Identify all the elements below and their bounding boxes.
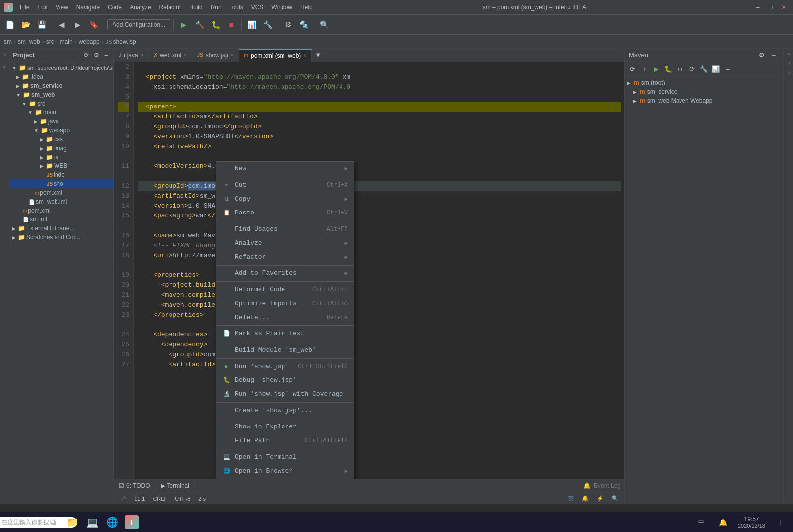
save-button[interactable]: 💾 [35, 18, 49, 32]
tree-item-scratches[interactable]: ▶ 📁 Scratches and Cor... [10, 233, 113, 242]
ctx-copy[interactable]: ⧉ Copy ▶ [216, 192, 354, 206]
status-misc-1[interactable]: 🔔 [580, 495, 591, 502]
ctx-file-path[interactable]: File Path Ctrl+Alt+F12 [216, 434, 354, 448]
status-line-col[interactable]: 11:1 [132, 496, 147, 502]
git-icon[interactable]: ⎇ [118, 495, 128, 502]
tree-item-pom-xml-web[interactable]: m pom.xml [10, 188, 113, 197]
taskbar-chrome[interactable]: 🌐 [103, 513, 121, 531]
tree-item-js[interactable]: ▶ 📁 js [10, 153, 113, 161]
side-icon-structure[interactable]: S [784, 51, 793, 57]
status-lang[interactable]: 英 [566, 495, 576, 502]
taskbar-clock[interactable]: 19:57 2020/12/18 [736, 516, 767, 529]
bc-src[interactable]: src [46, 38, 54, 45]
project-settings-icon[interactable]: ⚙ [92, 51, 101, 60]
bc-show-jsp[interactable]: JS show.jsp [106, 38, 136, 45]
taskbar-lang-indicator[interactable]: 中 [692, 513, 710, 531]
taskbar-idea[interactable]: I [123, 513, 141, 531]
maven-settings-button[interactable]: ⚙ [756, 50, 767, 61]
menu-run[interactable]: Run [207, 3, 226, 12]
tree-item-sm-web[interactable]: ▼ 📁 sm_web [10, 90, 113, 99]
ctx-cut[interactable]: ✂ Cut Ctrl+X [216, 178, 354, 192]
maven-lifecycle-button[interactable]: ⟳ [686, 64, 697, 75]
search-button[interactable]: 🔍 在这里输入你要搜 [24, 513, 42, 531]
tab-close-pom-xml[interactable]: × [303, 53, 306, 58]
new-file-button[interactable]: 📄 [3, 18, 17, 32]
back-button[interactable]: ◀ [55, 18, 69, 32]
stop-button[interactable]: ■ [225, 18, 238, 32]
menu-navigate[interactable]: Navigate [72, 3, 104, 12]
maven-debug-button[interactable]: 🐛 [663, 64, 674, 75]
maven-toggle-button[interactable]: m [675, 64, 685, 75]
bottom-tab-terminal[interactable]: ▶ Terminal [156, 479, 195, 492]
status-crlf[interactable]: CRLF [151, 496, 169, 502]
coverage-button[interactable]: 📊 [245, 18, 259, 32]
ctx-mark-plain[interactable]: 📄 Mark as Plain Text [216, 327, 354, 341]
settings-button[interactable]: ⚙ [281, 18, 295, 32]
taskbar-explorer[interactable]: 📁 [63, 513, 81, 531]
search-everywhere-button[interactable]: 🔍 [317, 18, 331, 32]
menu-file[interactable]: File [16, 3, 33, 12]
status-encoding[interactable]: UTF-8 [173, 496, 192, 502]
tab-show-jsp[interactable]: JS show.jsp × [192, 49, 239, 62]
tab-close-r-java[interactable]: × [141, 53, 144, 58]
ctx-reformat[interactable]: Reformat Code Ctrl+Alt+L [216, 283, 354, 297]
profile-button[interactable]: 🔧 [261, 18, 275, 32]
bookmark-button[interactable]: 🔖 [87, 18, 101, 32]
maven-deps-button[interactable]: 📊 [710, 64, 721, 75]
bottom-tab-todo[interactable]: ☑ 6: TODO [114, 479, 156, 492]
maven-item-sm-web[interactable]: ▶ m sm_web Maven Webapp [625, 96, 783, 105]
tab-close-show-jsp[interactable]: × [231, 53, 234, 58]
tree-item-webapp[interactable]: ▼ 📁 webapp [10, 126, 113, 135]
tree-item-pom-xml-root[interactable]: m pom.xml [10, 206, 113, 215]
ctx-show-explorer[interactable]: Show in Explorer [216, 420, 354, 434]
project-icon[interactable]: P [0, 51, 9, 59]
add-configuration-button[interactable]: Add Configuration... [107, 19, 170, 30]
tree-item-sm-iml[interactable]: 📄 sm.iml [10, 215, 113, 224]
maven-run-button[interactable]: ▶ [651, 64, 662, 75]
show-desktop-button[interactable]: | [771, 513, 789, 531]
maven-item-sm-root[interactable]: ▶ m sm (root) [625, 78, 783, 87]
taskbar-notifications[interactable]: 🔔 [714, 513, 732, 531]
tree-item-external-libs[interactable]: ▶ 📁 External Librarie... [10, 224, 113, 233]
bc-main[interactable]: main [60, 38, 73, 45]
structure-icon[interactable]: S [0, 62, 9, 71]
menu-vcs[interactable]: VCS [247, 3, 268, 12]
maximize-button[interactable]: □ [765, 2, 776, 13]
side-icon-notifications[interactable]: N [784, 70, 793, 78]
status-indent[interactable]: 2 s [196, 496, 208, 502]
ctx-debug-show[interactable]: 🐛 Debug 'show.jsp' [216, 373, 354, 387]
forward-button[interactable]: ▶ [71, 18, 85, 32]
ctx-build-module[interactable]: Build Module 'sm_web' [216, 343, 354, 357]
ctx-run-coverage[interactable]: 🔬 Run 'show.jsp' with Coverage [216, 387, 354, 401]
bc-sm[interactable]: sm [4, 38, 12, 45]
external-tools-button[interactable]: 🔩 [297, 18, 311, 32]
editor-content[interactable]: 2 3 4 5 6 7 8 9 10 11 12 13 14 15 16 17 … [114, 62, 624, 479]
tree-item-web-inf[interactable]: ▶ 📁 WEB- [10, 161, 113, 170]
ctx-run-show[interactable]: ▶ Run 'show.jsp' Ctrl+Shift+F10 [216, 360, 354, 373]
tree-item-css[interactable]: ▶ 📁 css [10, 135, 113, 144]
maven-add-button[interactable]: + [639, 64, 650, 75]
ctx-delete[interactable]: Delete... Delete [216, 311, 354, 324]
maven-refresh-button[interactable]: ⟳ [627, 64, 638, 75]
tab-web-xml[interactable]: X web.xml × [149, 49, 193, 62]
tree-item-sm-root[interactable]: ▼ 📁 sm sources root, D:\IdeaProjects\sm [10, 63, 113, 72]
tab-pom-xml[interactable]: m pom.xml (sm_web) × [239, 49, 312, 62]
task-view-button[interactable]: ⧉ [44, 513, 61, 531]
ctx-open-terminal[interactable]: 💻 Open in Terminal [216, 450, 354, 464]
ctx-refactor[interactable]: Refactor ▶ [216, 250, 354, 264]
tree-item-java[interactable]: ▶ 📁 java [10, 117, 113, 126]
ctx-open-browser[interactable]: 🌐 Open in Browser ▶ [216, 464, 354, 478]
ctx-new[interactable]: New ▶ [216, 162, 354, 176]
tree-item-src[interactable]: ▼ 📁 src [10, 99, 113, 108]
maven-item-sm-service[interactable]: ▶ m sm_service [625, 87, 783, 96]
run-button[interactable]: ▶ [177, 18, 191, 32]
close-button[interactable]: ✕ [778, 2, 789, 13]
project-minimize-icon[interactable]: – [102, 51, 111, 60]
menu-build[interactable]: Build [185, 3, 207, 12]
ctx-add-favorites[interactable]: Add to Favorites ▶ [216, 266, 354, 280]
tree-item-main[interactable]: ▼ 📁 main [10, 108, 113, 117]
ctx-find-usages[interactable]: Find Usages Alt+F7 [216, 222, 354, 236]
menu-tools[interactable]: Tools [226, 3, 247, 12]
menu-edit[interactable]: Edit [33, 3, 52, 12]
tab-close-web-xml[interactable]: × [184, 53, 187, 58]
